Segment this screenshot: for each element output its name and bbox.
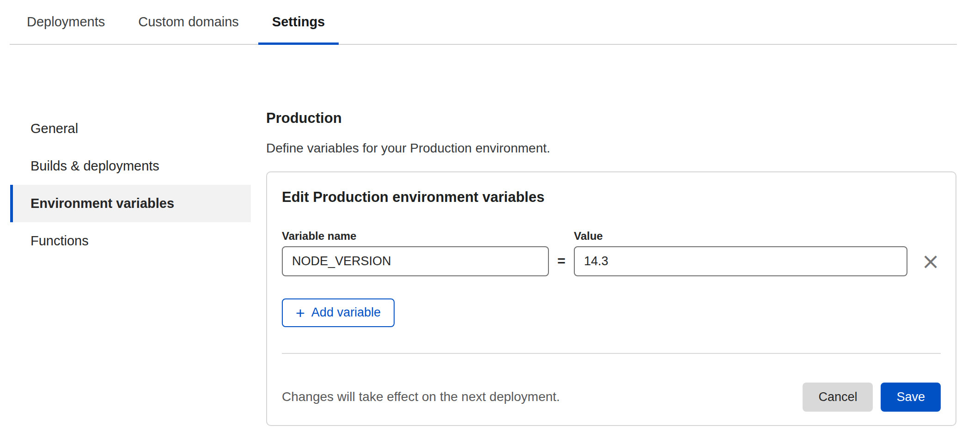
footer-actions: Cancel Save xyxy=(803,383,941,412)
add-variable-button[interactable]: + Add variable xyxy=(282,298,395,327)
card-divider xyxy=(282,353,941,354)
card-heading: Edit Production environment variables xyxy=(282,189,941,206)
field-labels-row: Variable name Value xyxy=(282,230,941,243)
remove-variable-icon[interactable]: × xyxy=(920,248,941,274)
sidebar-item-builds-deployments-label: Builds & deployments xyxy=(30,158,159,174)
tab-deployments[interactable]: Deployments xyxy=(13,0,119,44)
value-label: Value xyxy=(574,230,603,243)
plus-icon: + xyxy=(296,305,305,321)
equals-sign: = xyxy=(549,253,574,269)
settings-sidebar: General Builds & deployments Environment… xyxy=(10,110,251,260)
card-footer: Changes will take effect on the next dep… xyxy=(282,383,941,412)
page-title: Production xyxy=(266,110,956,127)
footer-note: Changes will take effect on the next dep… xyxy=(282,389,560,404)
variable-value-input[interactable] xyxy=(574,246,907,276)
save-button[interactable]: Save xyxy=(881,383,941,412)
sidebar-item-environment-variables[interactable]: Environment variables xyxy=(10,185,251,222)
sidebar-item-functions-label: Functions xyxy=(30,233,89,249)
environment-variables-card: Edit Production environment variables Va… xyxy=(266,171,956,426)
sidebar-item-general-label: General xyxy=(30,121,78,136)
variable-name-label: Variable name xyxy=(282,230,549,243)
tab-deployments-label: Deployments xyxy=(27,14,105,30)
tab-custom-domains[interactable]: Custom domains xyxy=(124,0,253,44)
variable-name-input[interactable] xyxy=(282,246,549,276)
sidebar-item-general[interactable]: General xyxy=(10,110,251,147)
labels-spacer xyxy=(549,230,574,243)
tab-custom-domains-label: Custom domains xyxy=(138,14,239,30)
page-description: Define variables for your Production env… xyxy=(266,140,956,156)
sidebar-item-functions[interactable]: Functions xyxy=(10,222,251,260)
variable-row: = × xyxy=(282,246,941,276)
sidebar-item-environment-variables-label: Environment variables xyxy=(30,196,174,211)
sidebar-item-builds-deployments[interactable]: Builds & deployments xyxy=(10,147,251,185)
cancel-button[interactable]: Cancel xyxy=(803,383,873,412)
main-content: Production Define variables for your Pro… xyxy=(266,0,956,426)
add-variable-label: Add variable xyxy=(311,305,381,320)
